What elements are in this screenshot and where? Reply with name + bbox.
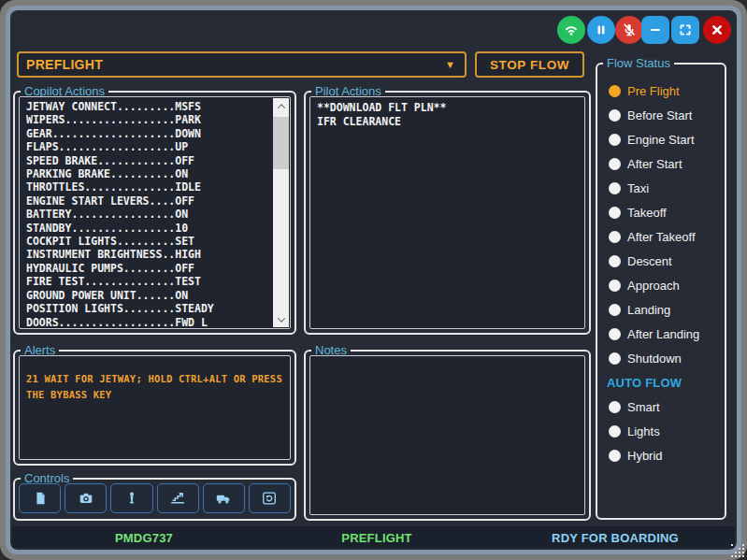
checklist-item: SPEED BRAKE............OFF [26, 154, 271, 167]
document-button[interactable] [19, 483, 61, 513]
boarding-stairs-icon [169, 491, 186, 506]
flow-status-list: Pre Flight Before Start Engine Start Aft… [607, 79, 721, 467]
chevron-down-icon: ▼ [445, 59, 455, 70]
wifi-icon [561, 20, 582, 40]
flow-status-item[interactable]: AUTO FLOW [607, 370, 721, 395]
minimize-button[interactable] [641, 16, 669, 44]
radio-icon [609, 109, 621, 122]
maximize-button[interactable] [671, 16, 699, 44]
flow-status-item[interactable]: Approach [607, 273, 721, 297]
radio-icon [609, 255, 621, 267]
flow-status-item[interactable]: Hybrid [607, 443, 721, 467]
marshaller-wand-icon [123, 491, 140, 506]
flow-status-label: Engine Start [627, 133, 695, 147]
flow-status-label: Approach [627, 279, 680, 293]
flow-status-item[interactable]: After Landing [607, 322, 721, 346]
flow-status-title: Flow Status [603, 56, 674, 70]
expand-icon [675, 20, 696, 40]
pilot-action-line: **DOWNLOAD FLT PLN** [317, 101, 581, 115]
flow-status-label: Taxi [627, 181, 649, 195]
flow-status-label: Hybrid [627, 449, 663, 463]
flow-status-label: Smart [627, 400, 660, 414]
checklist-item: PARKING BRAKE..........ON [26, 167, 271, 180]
flow-status-item[interactable]: Engine Start [607, 127, 721, 151]
controls-buttons [19, 483, 291, 513]
radio-icon [609, 401, 621, 413]
checklist-item: BATTERY................ON [26, 208, 271, 221]
pushback-truck-button[interactable] [203, 483, 245, 513]
radio-icon [609, 450, 621, 462]
flow-status-label: AUTO FLOW [607, 376, 682, 390]
reset-icon [261, 491, 278, 506]
camera-icon [78, 491, 94, 506]
flow-dropdown-value: PREFLIGHT [26, 57, 103, 72]
checklist-item: DOORS..................FWD_L [26, 316, 271, 329]
stop-flow-button[interactable]: STOP FLOW [475, 51, 584, 78]
phase-label: PREFLIGHT [341, 530, 411, 544]
boarding-stairs-button[interactable] [157, 483, 199, 513]
copilot-actions-list[interactable]: JETWAY CONNECT.........MSFSWIPERS.......… [19, 96, 291, 329]
flow-status-label: Shutdown [627, 352, 682, 366]
reset-button[interactable] [249, 483, 291, 513]
scroll-up-arrow[interactable] [273, 98, 289, 114]
flow-status-item[interactable]: Landing [607, 297, 721, 322]
radio-icon [609, 328, 621, 340]
checklist-item: POSITION LIGHTS........STEADY [26, 302, 271, 315]
flow-status-label: After Takeoff [627, 230, 696, 244]
pilot-actions-box: **DOWNLOAD FLT PLN**IFR CLEARANCE [309, 96, 585, 329]
flow-status-label: After Start [627, 157, 682, 171]
flow-status-label: Pre Flight [627, 84, 680, 98]
radio-icon [609, 280, 621, 292]
scrollbar[interactable] [273, 98, 289, 327]
radio-icon [609, 352, 621, 365]
flow-status-item[interactable]: Lights [607, 419, 721, 443]
flow-status-item[interactable]: Takeoff [607, 200, 721, 224]
flow-status-label: Descent [627, 254, 672, 268]
chevron-down-icon [277, 314, 284, 322]
checklist-item: FIRE TEST..............TEST [26, 275, 271, 288]
x-icon [707, 20, 727, 40]
alert-message: 21 WAIT FOR JETWAY; HOLD CTRL+ALT OR PRE… [26, 371, 287, 403]
flow-status-item[interactable]: Descent [607, 249, 721, 273]
flow-status-item[interactable]: Smart [607, 395, 721, 419]
pilot-action-line: IFR CLEARANCE [317, 115, 581, 129]
microphone-muted-button[interactable] [615, 16, 643, 44]
pushback-truck-icon [215, 491, 232, 506]
radio-icon [609, 207, 621, 219]
scrollbar-thumb[interactable] [273, 117, 289, 169]
flow-dropdown[interactable]: PREFLIGHT ▼ [17, 51, 467, 78]
document-icon [32, 491, 49, 506]
checklist-item: FLAPS..................UP [26, 140, 271, 153]
marshaller-wand-button[interactable] [110, 483, 152, 513]
camera-button[interactable] [65, 483, 107, 513]
radio-icon [609, 85, 621, 97]
flow-status-item[interactable]: Taxi [607, 176, 721, 200]
flow-status-item[interactable]: Shutdown [607, 346, 721, 370]
mic-slash-icon [619, 20, 639, 40]
checklist-item: JETWAY CONNECT.........MSFS [26, 100, 271, 113]
checklist-item: INSTRUMENT BRIGHTNESS..HIGH [26, 248, 271, 261]
checklist-item: STANDBY................10 [26, 222, 271, 235]
resize-grip[interactable] [731, 544, 746, 559]
radio-icon [609, 425, 621, 438]
alerts-box: 21 WAIT FOR JETWAY; HOLD CTRL+ALT OR PRE… [19, 355, 291, 460]
flow-status-item[interactable]: After Takeoff [607, 224, 721, 249]
flow-status-item[interactable]: Pre Flight [607, 79, 721, 103]
flow-status-label: Lights [627, 424, 660, 438]
flow-status-item[interactable]: Before Start [607, 103, 721, 127]
checklist-item: THROTTLES..............IDLE [26, 180, 271, 194]
radio-icon [609, 182, 621, 194]
connection-status-button[interactable] [557, 16, 585, 44]
close-button[interactable] [703, 16, 731, 44]
flow-status-label: Landing [627, 303, 670, 317]
radio-icon [609, 134, 621, 146]
status-bar: PMDG737 PREFLIGHT RDY FOR BOARDING [12, 526, 735, 548]
checklist-item: ENGINE START LEVERS....OFF [26, 194, 271, 208]
flow-status-item[interactable]: After Start [607, 151, 721, 176]
pause-button[interactable] [587, 16, 615, 44]
scroll-down-arrow[interactable] [273, 311, 289, 327]
radio-icon [609, 304, 621, 316]
checklist-item: HYDRAULIC PUMPS........OFF [26, 262, 271, 275]
notes-input[interactable] [309, 355, 585, 515]
ready-status-label: RDY FOR BOARDING [552, 530, 679, 544]
